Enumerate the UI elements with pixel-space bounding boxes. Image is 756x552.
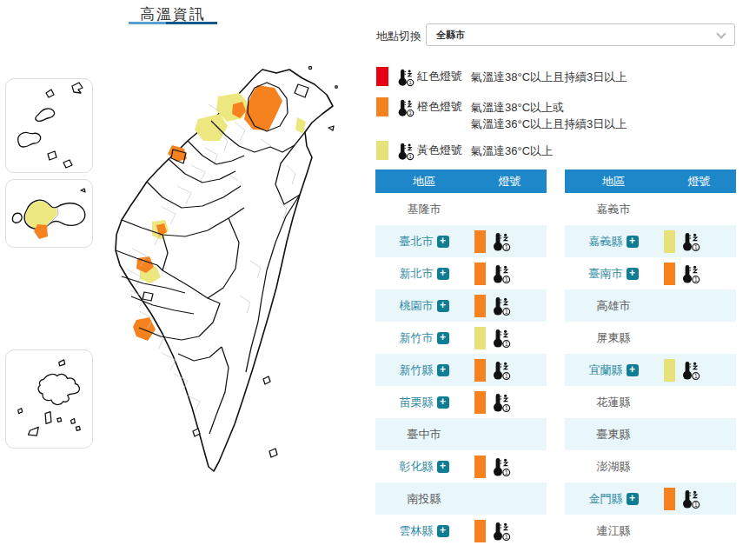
region-cell: 臺南市 + [565,266,662,282]
title-underline [129,22,217,24]
region-cell: 新竹縣 + [375,362,473,378]
table-body: 基隆市 臺北市 + 1 新北市 + 1 桃園市 + [375,193,547,547]
warning-light-bar [664,263,675,285]
legend-description-line: 氣溫達36°C以上且持續3日以上 [471,116,627,132]
plus-icon[interactable]: + [437,300,449,312]
table-header: 地區 燈號 [375,170,547,193]
svg-text:1: 1 [694,244,698,250]
table-row: 新北市 + 1 [375,257,547,289]
region-link[interactable]: 臺北市 [400,234,434,249]
light-cell: 1 [473,263,547,285]
region-link: 南投縣 [408,491,441,507]
thermometer-icon: 1 [490,392,511,413]
header-light: 燈號 [662,174,736,190]
region-light-table-right: 地區 燈號 嘉義市 嘉義縣 + 1 臺南市 + 1 [565,170,736,547]
header-region: 地區 [375,174,473,190]
table-row: 桃園市 + 1 [375,289,547,322]
region-cell: 嘉義市 [565,202,662,217]
legend-row-yellow: 1 黃色燈號 氣溫達36°C以上 [376,141,741,162]
light-cell: 1 [473,391,547,414]
region-link[interactable]: 彰化縣 [400,459,434,475]
region-cell: 臺北市 + [375,234,473,249]
region-link[interactable]: 嘉義縣 [589,234,623,249]
light-cell: 1 [473,230,547,253]
legend-description: 氣溫達38°C以上或 氣溫達36°C以上且持續3日以上 [471,97,627,132]
region-cell: 連江縣 [565,523,662,539]
light-cell: 1 [473,359,547,382]
location-select[interactable]: 全縣市 [426,23,735,46]
legend-label: 黃色燈號 [417,141,471,160]
region-cell: 新北市 + [375,266,473,282]
plus-icon[interactable]: + [437,396,449,409]
thermometer-icon: 1 [680,263,700,284]
warning-light-bar [664,359,675,382]
taiwan-map[interactable] [70,48,356,487]
region-link[interactable]: 宜蘭縣 [589,362,623,378]
region-link[interactable]: 臺南市 [589,266,623,282]
svg-text:1: 1 [505,244,508,250]
region-link: 高雄市 [597,298,631,314]
region-link[interactable]: 新竹市 [400,330,434,346]
plus-icon[interactable]: + [627,268,639,280]
table-row: 金門縣 + 1 [565,482,736,515]
light-cell: 1 [662,359,736,382]
table-row: 新竹市 + 1 [375,322,547,354]
region-cell: 苗栗縣 + [375,395,473,410]
region-link: 澎湖縣 [597,459,631,475]
thermometer-icon: 1 [490,521,511,542]
plus-icon[interactable]: + [437,364,449,376]
light-cell: 1 [662,263,736,285]
plus-icon[interactable]: + [627,236,639,248]
table-row: 嘉義市 [565,193,736,225]
svg-text:1: 1 [505,276,508,283]
plus-icon[interactable]: + [437,236,449,248]
red-light-swatch [376,67,388,86]
region-link: 臺中市 [408,427,441,442]
warning-light-bar [474,263,486,285]
table-body: 嘉義市 嘉義縣 + 1 臺南市 + 1 高雄市 [565,193,736,547]
svg-text:1: 1 [694,502,698,508]
region-cell: 新竹市 + [375,330,473,346]
region-link[interactable]: 新北市 [400,266,434,282]
table-row: 高雄市 [565,289,736,322]
region-cell: 基隆市 [375,202,473,217]
plus-icon[interactable]: + [627,364,639,376]
legend-description-line: 氣溫達38°C以上或 [471,99,627,116]
legend-label: 橙色燈號 [417,97,471,116]
region-link[interactable]: 雲林縣 [400,523,434,539]
warning-light-bar [474,359,486,382]
thermometer-icon: 1 [490,456,511,477]
table-row: 臺東縣 [565,418,736,450]
region-link[interactable]: 金門縣 [589,491,623,507]
region-cell: 雲林縣 + [375,523,473,539]
region-cell: 金門縣 + [565,491,662,507]
table-row: 彰化縣 + 1 [375,450,547,482]
legend-description: 氣溫達38°C以上且持續3日以上 [471,67,627,85]
region-cell: 臺東縣 [565,427,662,442]
region-link[interactable]: 桃園市 [400,298,434,314]
table-row: 宜蘭縣 + 1 [565,354,736,386]
region-link: 連江縣 [597,523,631,539]
table-row: 嘉義縣 + 1 [565,225,736,257]
svg-text:1: 1 [505,534,508,540]
plus-icon[interactable]: + [627,493,639,505]
high-temperature-info-page: 高溫資訊 [0,0,756,552]
svg-text:1: 1 [505,469,508,476]
warning-light-bar [474,230,486,253]
region-link[interactable]: 苗栗縣 [400,395,434,410]
warning-light-bar [474,520,486,542]
table-row: 南投縣 [375,482,547,515]
region-cell: 彰化縣 + [375,459,473,475]
plus-icon[interactable]: + [437,461,449,473]
plus-icon[interactable]: + [437,268,449,280]
svg-text:1: 1 [694,373,698,379]
thermometer-icon: 1 [395,97,414,118]
light-cell: 1 [473,327,547,349]
plus-icon[interactable]: + [437,525,449,537]
light-cell: 1 [662,488,736,510]
svg-text:1: 1 [694,276,698,283]
svg-text:1: 1 [505,309,508,315]
region-link[interactable]: 新竹縣 [400,362,434,378]
plus-icon[interactable]: + [437,332,449,344]
region-light-table-left: 地區 燈號 基隆市 臺北市 + 1 新北市 + 1 [375,170,547,547]
